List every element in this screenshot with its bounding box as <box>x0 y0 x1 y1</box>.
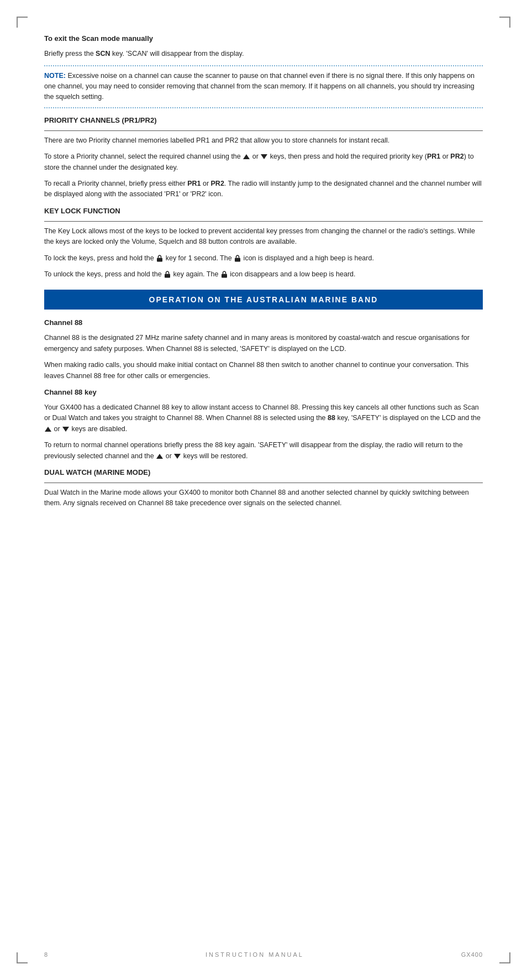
corner-mark-tl <box>17 17 28 28</box>
arrow-down-icon-3 <box>174 454 181 459</box>
dual-watch-p1: Dual Watch in the Marine mode allows you… <box>44 488 483 509</box>
priority-channels-p2: To store a Priority channel, select the … <box>44 151 483 173</box>
key-lock-title: KEY LOCK FUNCTION <box>44 206 483 217</box>
note-dots-top <box>44 65 483 66</box>
corner-mark-br <box>499 952 510 963</box>
section-priority-channels: PRIORITY CHANNELS (PR1/PR2) There are tw… <box>44 115 483 200</box>
svg-rect-0 <box>157 258 162 261</box>
key-lock-p1: The Key Lock allows most of the keys to … <box>44 226 483 248</box>
svg-rect-2 <box>165 274 170 278</box>
lock-icon-4 <box>221 271 228 278</box>
priority-channels-title: PRIORITY CHANNELS (PR1/PR2) <box>44 115 483 126</box>
note-text: Excessive noise on a channel can cause t… <box>44 72 475 101</box>
footer-model: GX400 <box>461 951 483 958</box>
svg-rect-3 <box>222 274 227 278</box>
arrow-up-icon-2 <box>45 427 51 432</box>
key-lock-p3: To unlock the keys, press and hold the k… <box>44 269 483 280</box>
footer-title: INSTRUCTION MANUAL <box>205 951 304 958</box>
operation-banner: OPERATION ON THE AUSTRALIAN MARINE BAND <box>44 290 483 310</box>
channel-88-title: Channel 88 <box>44 317 483 328</box>
key-lock-p2: To lock the keys, press and hold the key… <box>44 253 483 264</box>
channel-88-key-p2: To return to normal channel operations b… <box>44 440 483 462</box>
lock-icon-1 <box>156 255 163 262</box>
corner-mark-tr <box>499 17 510 28</box>
dual-watch-title: DUAL WATCH (MARINE MODE) <box>44 467 483 478</box>
section-dual-watch: DUAL WATCH (MARINE MODE) Dual Watch in t… <box>44 467 483 509</box>
corner-mark-bl <box>17 952 28 963</box>
lock-icon-2 <box>234 255 241 262</box>
section-exit-scan: To exit the Scan mode manually Briefly p… <box>44 33 483 108</box>
exit-scan-title: To exit the Scan mode manually <box>44 33 483 44</box>
note-dots-bottom <box>44 107 483 108</box>
dual-watch-underline <box>44 483 483 483</box>
priority-channels-p3: To recall a Priority channel, briefly pr… <box>44 179 483 200</box>
svg-rect-1 <box>235 258 240 261</box>
channel-88-p1: Channel 88 is the designated 27 MHz mari… <box>44 333 483 354</box>
channel-88-p2: When making radio calls, you should make… <box>44 360 483 381</box>
priority-channels-underline <box>44 130 483 131</box>
arrow-up-icon-3 <box>156 454 163 459</box>
page: To exit the Scan mode manually Briefly p… <box>0 0 527 980</box>
note-block: NOTE: Excessive noise on a channel can c… <box>44 71 483 103</box>
priority-channels-p1: There are two Priority channel memories … <box>44 135 483 146</box>
channel-88-key-p1: Your GX400 has a dedicated Channel 88 ke… <box>44 402 483 434</box>
channel-88-key-title: Channel 88 key <box>44 387 483 398</box>
section-key-lock: KEY LOCK FUNCTION The Key Lock allows mo… <box>44 206 483 280</box>
arrow-down-icon <box>261 154 267 159</box>
note-label: NOTE: <box>44 72 66 80</box>
section-channel-88: Channel 88 Channel 88 is the designated … <box>44 317 483 381</box>
section-channel-88-key: Channel 88 key Your GX400 has a dedicate… <box>44 387 483 462</box>
lock-icon-3 <box>164 271 171 278</box>
exit-scan-p1: Briefly press the SCN key. 'SCAN' will d… <box>44 49 483 59</box>
key-lock-underline <box>44 221 483 222</box>
footer: 8 INSTRUCTION MANUAL GX400 <box>44 951 483 958</box>
arrow-up-icon <box>243 154 250 159</box>
footer-page-number: 8 <box>44 951 48 958</box>
arrow-down-icon-2 <box>62 427 69 432</box>
